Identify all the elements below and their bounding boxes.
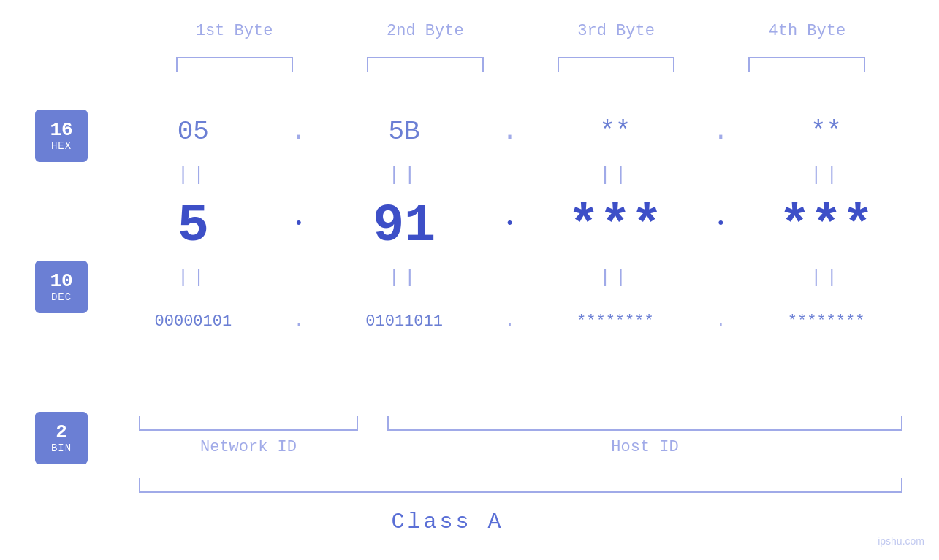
network-id-label: Network ID	[139, 438, 358, 456]
bin-dot-3: .	[706, 312, 735, 331]
bracket-top-3	[521, 57, 712, 72]
dec-byte-2: 91	[313, 196, 495, 256]
bin-badge: 2 BIN	[35, 412, 88, 464]
hex-dot-1: .	[284, 117, 313, 147]
dec-dot-1: •	[284, 215, 313, 239]
byte-header-4: 4th Byte	[712, 22, 902, 40]
dec-badge-number: 10	[50, 271, 72, 292]
dec-dot-2: •	[495, 215, 525, 239]
byte-header-2: 2nd Byte	[330, 22, 520, 40]
bin-byte-3: ********	[525, 312, 707, 331]
host-id-label: Host ID	[387, 438, 902, 456]
hex-badge-number: 16	[50, 120, 72, 141]
hex-dot-3: .	[706, 117, 735, 147]
bracket-top-inner-2	[367, 57, 484, 72]
watermark: ipshu.com	[878, 535, 924, 547]
equals-1-3: ||	[525, 164, 707, 186]
page-wrapper: 16 HEX 10 DEC 2 BIN 1st Byte 2nd Byte 3r…	[0, 0, 939, 560]
dec-byte-1: 5	[102, 196, 284, 256]
bracket-top-2	[330, 57, 520, 72]
bin-byte-4: ********	[735, 312, 917, 331]
bracket-top-1	[139, 57, 330, 72]
bracket-top-inner-1	[176, 57, 293, 72]
byte-header-3: 3rd Byte	[521, 22, 712, 40]
bin-dot-1: .	[284, 312, 313, 331]
dec-badge-label: DEC	[51, 291, 72, 303]
bracket-gap	[358, 416, 387, 431]
equals-1-4: ||	[735, 164, 917, 186]
bottom-brackets	[139, 416, 902, 431]
badge-column: 16 HEX 10 DEC 2 BIN	[35, 110, 88, 464]
bracket-top-4	[712, 57, 902, 72]
bracket-network	[139, 416, 358, 431]
top-brackets	[139, 57, 902, 72]
hex-byte-4: **	[735, 117, 917, 147]
byte-headers: 1st Byte 2nd Byte 3rd Byte 4th Byte	[139, 22, 902, 40]
dec-badge: 10 DEC	[35, 261, 88, 313]
class-a-label: Class A	[0, 510, 895, 534]
bin-byte-1: 00000101	[102, 312, 284, 331]
equals-2-1: ||	[102, 266, 284, 288]
bracket-host	[387, 416, 902, 431]
dec-dot-3: •	[706, 215, 735, 239]
id-labels: Network ID Host ID	[139, 438, 902, 456]
hex-dot-2: .	[495, 117, 525, 147]
bin-badge-label: BIN	[51, 442, 72, 454]
equals-2-3: ||	[525, 266, 707, 288]
equals-2-4: ||	[735, 266, 917, 288]
bracket-top-inner-4	[748, 57, 865, 72]
dec-byte-3: ***	[525, 196, 707, 256]
hex-byte-2: 5B	[313, 117, 495, 147]
bracket-top-inner-3	[558, 57, 674, 72]
hex-badge-label: HEX	[51, 140, 72, 152]
bin-dot-2: .	[495, 312, 525, 331]
byte-header-1: 1st Byte	[139, 22, 330, 40]
hex-byte-3: **	[525, 117, 707, 147]
row-hex: 05 . 5B . ** . **	[102, 102, 917, 161]
row-bin: 00000101 . 01011011 . ******** . *******…	[102, 292, 917, 350]
row-equals-2: || || || ||	[102, 263, 917, 292]
equals-2-2: ||	[313, 266, 495, 288]
equals-1-1: ||	[102, 164, 284, 186]
equals-1-2: ||	[313, 164, 495, 186]
class-bracket	[139, 478, 902, 493]
row-equals-1: || || || ||	[102, 161, 917, 190]
hex-badge: 16 HEX	[35, 110, 88, 162]
dec-byte-4: ***	[735, 196, 917, 256]
bin-byte-2: 01011011	[313, 312, 495, 331]
bin-badge-number: 2	[56, 422, 67, 443]
row-dec: 5 • 91 • *** • ***	[102, 190, 917, 263]
main-grid: 05 . 5B . ** . ** || || || || 5 • 91 • *…	[102, 102, 917, 350]
hex-byte-1: 05	[102, 117, 284, 147]
